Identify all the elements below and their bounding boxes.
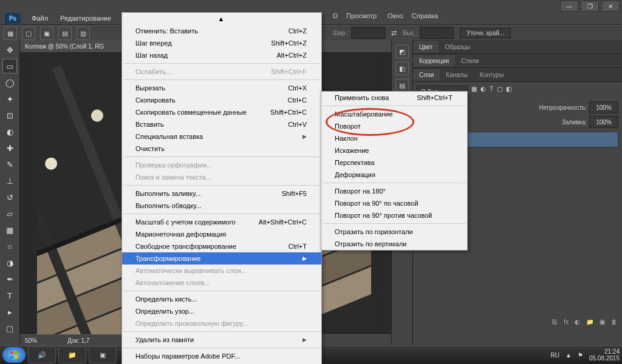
filter-adjust-icon[interactable]: ◐	[480, 86, 486, 98]
tray-flag-icon[interactable]: ▲	[566, 352, 572, 359]
selection-mode-int-icon[interactable]: ▥	[77, 27, 90, 40]
tab-adjustments[interactable]: Коррекция	[413, 55, 455, 67]
menu-view[interactable]: Просмотр	[346, 12, 377, 19]
filter-pixel-icon[interactable]: ▦	[471, 86, 477, 98]
crop-tool-icon[interactable]: ⊡	[2, 108, 17, 123]
zoom-readout[interactable]: 50%	[25, 337, 37, 344]
edit-menu-item-27[interactable]: Определить узор...	[122, 305, 321, 317]
lasso-tool-icon[interactable]: ◯	[2, 75, 17, 90]
opacity-value[interactable]: 100%	[589, 101, 618, 113]
transform-menu-item-3[interactable]: Поворот	[321, 120, 467, 132]
edit-menu-item-9[interactable]: ВставитьCtrl+V	[122, 118, 321, 130]
menu-edit[interactable]: Редактирование	[60, 15, 111, 22]
blur-tool-icon[interactable]: ○	[2, 239, 17, 254]
new-group-icon[interactable]: 📁	[586, 318, 593, 325]
tab-layers[interactable]: Слои	[413, 69, 440, 81]
menu-help[interactable]: Справка	[412, 12, 438, 19]
edit-menu-item-1[interactable]: Шаг впередShift+Ctrl+Z	[122, 37, 321, 49]
taskbar-explorer-icon[interactable]: 📁	[58, 346, 86, 363]
start-button[interactable]	[2, 347, 26, 363]
transform-menu-item-0[interactable]: Применить сноваShift+Ctrl+T	[321, 92, 467, 104]
type-tool-icon[interactable]: T	[2, 288, 17, 303]
menu-scroll-up-icon[interactable]: ▲	[122, 13, 321, 25]
edit-menu-item-26[interactable]: Определить кисть...	[122, 293, 321, 305]
minimize-button[interactable]: —	[560, 1, 578, 12]
new-layer-icon[interactable]: ▣	[600, 318, 605, 325]
transform-menu-item-14[interactable]: Отразить по вертикали	[321, 238, 467, 250]
path-tool-icon[interactable]: ▸	[2, 305, 17, 319]
clock-time[interactable]: 21:24	[589, 348, 620, 355]
edit-menu-item-11[interactable]: Очистить	[122, 143, 321, 155]
mask-icon[interactable]: ◐	[575, 318, 580, 325]
taskbar-app-icon[interactable]: ▣	[89, 346, 117, 363]
stamp-tool-icon[interactable]: ⊥	[2, 174, 17, 188]
taskbar-sound-icon[interactable]: 🔊	[28, 346, 56, 363]
close-button[interactable]: ✕	[601, 1, 620, 12]
panel-icon-2[interactable]: ◧	[395, 62, 409, 75]
edit-menu-item-7[interactable]: СкопироватьCtrl+C	[122, 94, 321, 106]
fill-value[interactable]: 100%	[589, 116, 618, 128]
shape-tool-icon[interactable]: ▢	[2, 321, 17, 335]
tab-swatches[interactable]: Образцы	[439, 41, 476, 53]
gradient-tool-icon[interactable]: ▦	[2, 223, 17, 237]
filter-smart-icon[interactable]: ◧	[506, 86, 511, 98]
transform-menu-item-5[interactable]: Искажение	[321, 144, 467, 157]
edit-menu-item-20[interactable]: Марионеточная деформация	[122, 228, 321, 240]
transform-menu-item-6[interactable]: Перспектива	[321, 157, 467, 169]
dodge-tool-icon[interactable]: ◑	[2, 255, 17, 270]
edit-menu-item-16[interactable]: Выполнить заливку...Shift+F5	[122, 187, 321, 200]
edit-menu-item-17[interactable]: Выполнить обводку...	[122, 200, 321, 212]
edit-menu-item-32[interactable]: Наборы параметров Adobe PDF...	[122, 350, 321, 362]
eyedropper-tool-icon[interactable]: ◐	[2, 124, 17, 139]
panel-icon-1[interactable]: ◩	[395, 45, 409, 58]
menu-window[interactable]: Окно	[388, 12, 403, 19]
history-brush-tool-icon[interactable]: ↺	[2, 190, 17, 204]
edit-menu-item-10[interactable]: Специальная вставка▶	[122, 130, 321, 143]
transform-menu-item-11[interactable]: Поворот на 90° против часовой	[321, 209, 467, 221]
filter-shape-icon[interactable]: ▢	[497, 86, 502, 98]
tray-action-icon[interactable]: ⚑	[578, 352, 583, 359]
transform-menu-item-4[interactable]: Наклон	[321, 132, 467, 144]
transform-menu-item-7[interactable]: Деформация	[321, 169, 467, 181]
edit-menu-item-8[interactable]: Скопировать совмещенные данныеShift+Ctrl…	[122, 106, 321, 118]
tab-styles[interactable]: Стили	[455, 55, 485, 67]
marquee-tool-icon[interactable]: ▭	[2, 59, 17, 73]
edit-menu-item-22[interactable]: Трансформирование▶	[122, 252, 321, 265]
eraser-tool-icon[interactable]: ▱	[2, 206, 17, 221]
wand-tool-icon[interactable]: ✦	[2, 92, 17, 106]
menu-file[interactable]: Файл	[32, 15, 48, 22]
edit-menu-item-19[interactable]: Масштаб с учетом содержимогоAlt+Shift+Ct…	[122, 216, 321, 228]
restore-button[interactable]: ❐	[581, 1, 599, 12]
link-layers-icon[interactable]: ⛓	[552, 318, 558, 325]
panel-icon-3[interactable]: ▤	[395, 79, 409, 92]
width-input[interactable]	[351, 27, 385, 39]
fx-icon[interactable]: fx	[564, 318, 569, 325]
tab-channels[interactable]: Каналы	[440, 69, 474, 81]
edit-menu-item-2[interactable]: Шаг назадAlt+Ctrl+Z	[122, 49, 321, 61]
pen-tool-icon[interactable]: ✒	[2, 272, 17, 286]
edit-menu-item-0[interactable]: Отменить: ВставитьCtrl+Z	[122, 25, 321, 37]
edit-menu-item-30[interactable]: Удалить из памяти▶	[122, 334, 321, 346]
refine-edge-button[interactable]: Уточн. край...	[460, 28, 511, 38]
heal-tool-icon[interactable]: ✚	[2, 141, 17, 155]
tray-lang[interactable]: RU	[551, 352, 559, 359]
transform-menu-item-13[interactable]: Отразить по горизонтали	[321, 226, 467, 238]
transform-menu-item-9[interactable]: Поворот на 180°	[321, 185, 467, 197]
selection-mode-new-icon[interactable]: ▢	[22, 27, 35, 40]
selection-mode-add-icon[interactable]: ▣	[40, 27, 53, 40]
tool-preset-icon[interactable]: ▦	[4, 27, 17, 40]
edit-menu-item-21[interactable]: Свободное трансформированиеCtrl+T	[122, 240, 321, 252]
height-input[interactable]	[420, 27, 454, 39]
brush-tool-icon[interactable]: ✎	[2, 157, 17, 172]
transform-menu-item-2[interactable]: Масштабирование	[321, 108, 467, 120]
move-tool-icon[interactable]: ✥	[2, 42, 17, 57]
tab-paths[interactable]: Контуры	[474, 69, 510, 81]
selection-mode-sub-icon[interactable]: ▤	[58, 27, 72, 40]
swap-icon[interactable]: ⇄	[391, 29, 397, 37]
transform-menu-item-10[interactable]: Поворот на 90° по часовой	[321, 197, 467, 209]
delete-layer-icon[interactable]: 🗑	[611, 318, 617, 325]
tab-color[interactable]: Цвет	[413, 41, 439, 53]
filter-type-icon[interactable]: T	[490, 86, 493, 98]
edit-menu-item-6[interactable]: ВырезатьCtrl+X	[122, 82, 321, 94]
menu-d[interactable]: D	[333, 12, 338, 19]
